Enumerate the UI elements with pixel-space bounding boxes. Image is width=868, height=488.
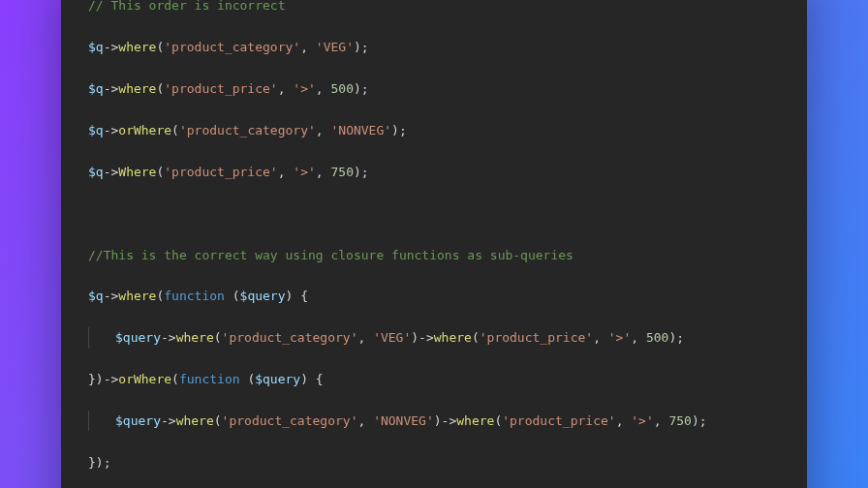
code-line: $q->where('product_category', 'VEG'); [88,37,780,57]
code-line: $q->where('product_price', '>', 500); [88,78,780,99]
indent-guide [88,411,89,431]
comment: // This order is incorrect [88,0,286,13]
blank-line [88,203,780,224]
code-card: // This order is incorrect $q->where('pr… [61,0,807,488]
code-line: $query->where('product_category', 'NONVE… [88,411,780,431]
code-line: }); [88,452,780,473]
code-line: })->orWhere(function ($query) { [88,369,780,389]
code-line: //This is the correct way using closure … [88,245,780,265]
code-line: // This order is incorrect [88,0,780,16]
indent-guide [88,327,89,348]
code-block: // This order is incorrect $q->where('pr… [88,0,780,488]
code-line: $q->where(function ($query) { [88,286,780,306]
comment: //This is the correct way using closure … [88,248,574,262]
code-line: $query->where('product_category', 'VEG')… [88,327,780,348]
code-line: $q->Where('product_price', '>', 750); [88,162,780,182]
code-line: $q->orWhere('product_category', 'NONVEG'… [88,120,780,140]
